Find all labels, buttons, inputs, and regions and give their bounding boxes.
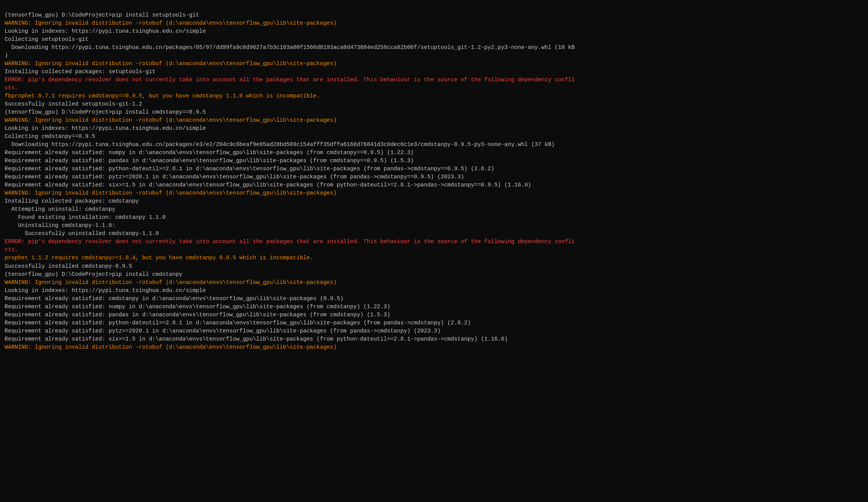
terminal-line: (tensorflow_gpu) D:\CodeProject>pip inst… xyxy=(5,11,863,19)
terminal-line: (tensorflow_gpu) D:\CodeProject>pip inst… xyxy=(5,270,863,279)
terminal-line: Successfully uninstalled cmdstanpy-1.1.0 xyxy=(5,230,863,238)
terminal-line: Installing collected packages: setuptool… xyxy=(5,68,863,76)
terminal-line: Requirement already satisfied: numpy in … xyxy=(5,149,863,157)
terminal-line: Requirement already satisfied: pytz>=202… xyxy=(5,173,863,181)
terminal-line: Requirement already satisfied: six>=1.5 … xyxy=(5,335,863,343)
terminal-line: Successfully installed setuptools-git-1.… xyxy=(5,100,863,108)
terminal-line: Collecting cmdstanpy==0.9.5 xyxy=(5,133,863,141)
terminal-line: Found existing installation: cmdstanpy 1… xyxy=(5,213,863,222)
terminal-line: Uninstalling cmdstanpy-1.1.0: xyxy=(5,222,863,230)
terminal-window: (tensorflow_gpu) D:\CodeProject>pip inst… xyxy=(5,3,863,351)
terminal-line: Looking in indexes: https://pypi.tuna.ts… xyxy=(5,124,863,133)
terminal-line: Downloading https://pypi.tuna.tsinghua.e… xyxy=(5,141,863,149)
terminal-line: cts. xyxy=(5,246,863,254)
terminal-line: WARNING: Ignoring invalid distribution -… xyxy=(5,60,863,68)
terminal-line: Downloading https://pypi.tuna.tsinghua.e… xyxy=(5,44,863,52)
terminal-line: WARNING: Ignoring invalid distribution -… xyxy=(5,279,863,287)
terminal-line: ) xyxy=(5,52,863,60)
terminal-line: Requirement already satisfied: python-da… xyxy=(5,165,863,173)
terminal-line: Requirement already satisfied: numpy in … xyxy=(5,303,863,311)
terminal-line: Requirement already satisfied: cmdstanpy… xyxy=(5,295,863,303)
terminal-line: WARNING: Ignoring invalid distribution -… xyxy=(5,19,863,27)
terminal-line: Looking in indexes: https://pypi.tuna.ts… xyxy=(5,287,863,295)
terminal-line: Successfully installed cmdstanpy-0.9.5 xyxy=(5,262,863,270)
terminal-line: cts. xyxy=(5,84,863,92)
terminal-line: Requirement already satisfied: pandas in… xyxy=(5,311,863,319)
terminal-line: Requirement already satisfied: pandas in… xyxy=(5,157,863,165)
terminal-line: WARNING: Ignoring invalid distribution -… xyxy=(5,189,863,197)
terminal-line: Collecting setuptools-git xyxy=(5,35,863,44)
terminal-line: Installing collected packages: cmdstanpy xyxy=(5,197,863,205)
terminal-line: Requirement already satisfied: six>=1.5 … xyxy=(5,181,863,189)
terminal-line: prophet 1.1.2 requires cmdstanpy>=1.0.4,… xyxy=(5,254,863,262)
terminal-line: WARNING: Ignoring invalid distribution -… xyxy=(5,116,863,124)
terminal-line: WARNING: Ignoring invalid distribution -… xyxy=(5,343,863,351)
terminal-line: Requirement already satisfied: python-da… xyxy=(5,319,863,327)
terminal-line: Requirement already satisfied: pytz>=202… xyxy=(5,327,863,335)
terminal-line: Attempting uninstall: cmdstanpy xyxy=(5,205,863,213)
terminal-line: ERROR: pip's dependency resolver does no… xyxy=(5,76,863,84)
terminal-line: fbprophet 0.7.1 requires cmdstanpy==0.9.… xyxy=(5,92,863,100)
terminal-line: (tensorflow_gpu) D:\CodeProject>pip inst… xyxy=(5,108,863,116)
terminal-line: ERROR: pip's dependency resolver does no… xyxy=(5,238,863,246)
terminal-line: Looking in indexes: https://pypi.tuna.ts… xyxy=(5,27,863,35)
